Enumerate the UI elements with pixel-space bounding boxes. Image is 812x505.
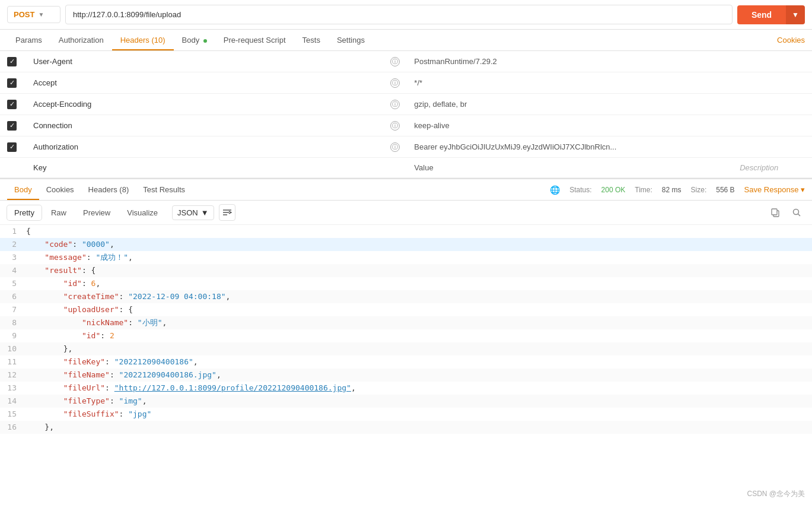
tab-authorization[interactable]: Authorization xyxy=(50,30,112,50)
tab-headers[interactable]: Headers (10) xyxy=(112,30,174,50)
line-num-6: 6 xyxy=(0,290,24,303)
time-value: 82 ms xyxy=(662,186,682,194)
line-content-6: "createTime": "2022-12-09 04:00:18", xyxy=(24,290,230,303)
code-line-6: 6 "createTime": "2022-12-09 04:00:18", xyxy=(0,290,812,303)
code-line-8: 8 "nickName": "小明", xyxy=(0,316,812,329)
format-chevron-icon: ▼ xyxy=(201,208,209,217)
line-num-4: 4 xyxy=(0,264,24,277)
header-row-accept-encoding: ✓ Accept-Encoding ⓘ gzip, deflate, br xyxy=(0,94,812,115)
line-num-3: 3 xyxy=(0,251,24,264)
line-content-8: "nickName": "小明", xyxy=(24,316,167,329)
code-line-9: 9 "id": 2 xyxy=(0,329,812,342)
line-content-4: "result": { xyxy=(24,264,95,277)
info-icon-4[interactable]: ⓘ xyxy=(390,121,400,131)
size-value: 556 B xyxy=(716,186,734,194)
code-line-14: 14 "fileType": "img", xyxy=(0,395,812,408)
header-checkbox-2[interactable]: ✓ xyxy=(7,78,17,88)
save-response-button[interactable]: Save Response ▾ xyxy=(744,185,805,194)
header-row-user-agent: ✓ User-Agent ⓘ PostmanRuntime/7.29.2 xyxy=(0,51,812,72)
code-area[interactable]: 1 { 2 "code": "0000", 3 "message": "成功！"… xyxy=(0,225,812,434)
line-num-5: 5 xyxy=(0,277,24,290)
view-pretty-button[interactable]: Pretty xyxy=(7,205,42,220)
line-num-14: 14 xyxy=(0,395,24,408)
code-line-4: 4 "result": { xyxy=(0,264,812,277)
code-line-7: 7 "uploadUser": { xyxy=(0,303,812,316)
line-num-7: 7 xyxy=(0,303,24,316)
response-status-bar: 🌐 Status: 200 OK Time: 82 ms Size: 556 B… xyxy=(550,185,805,195)
line-content-11: "fileKey": "202212090400186", xyxy=(24,355,198,369)
url-input[interactable] xyxy=(65,5,733,24)
status-label: Status: xyxy=(569,186,591,194)
send-button[interactable]: Send xyxy=(737,5,786,24)
send-dropdown-button[interactable]: ▼ xyxy=(786,5,805,24)
line-content-1: { xyxy=(24,225,31,238)
response-section: Body Cookies Headers (8) Test Results 🌐 … xyxy=(0,178,812,434)
top-bar: POST ▼ Send ▼ xyxy=(0,0,812,30)
tab-params[interactable]: Params xyxy=(7,30,50,50)
header-row-accept: ✓ Accept ⓘ */* xyxy=(0,72,812,94)
tab-body[interactable]: Body xyxy=(174,30,215,50)
header-desc-empty[interactable]: Description xyxy=(733,158,812,178)
header-checkbox-3[interactable]: ✓ xyxy=(7,100,17,109)
header-val-4: keep-alive xyxy=(407,115,733,136)
time-label: Time: xyxy=(635,186,652,194)
header-key-empty[interactable]: Key xyxy=(26,158,383,178)
format-label: JSON xyxy=(177,208,198,217)
line-content-16: }, xyxy=(24,421,54,434)
method-chevron-icon: ▼ xyxy=(38,11,44,18)
res-tab-cookies[interactable]: Cookies xyxy=(39,179,81,200)
view-raw-button[interactable]: Raw xyxy=(44,205,74,220)
svg-line-6 xyxy=(798,214,801,217)
status-value: 200 OK xyxy=(601,186,626,194)
search-button[interactable] xyxy=(788,204,805,221)
line-num-1: 1 xyxy=(0,225,24,238)
view-visualize-button[interactable]: Visualize xyxy=(120,205,165,220)
line-content-13: "fileUrl": "http://127.0.0.1:8099/profil… xyxy=(24,382,356,395)
cookies-link[interactable]: Cookies xyxy=(777,30,805,50)
tab-pre-request[interactable]: Pre-request Script xyxy=(215,30,294,50)
line-num-12: 12 xyxy=(0,369,24,382)
line-content-5: "id": 6, xyxy=(24,277,100,290)
info-icon-5[interactable]: ⓘ xyxy=(390,142,400,152)
header-key-3: Accept-Encoding xyxy=(26,94,383,115)
line-num-11: 11 xyxy=(0,355,24,369)
info-icon-3[interactable]: ⓘ xyxy=(390,100,400,109)
header-val-2: */* xyxy=(407,72,733,94)
globe-icon: 🌐 xyxy=(550,185,560,195)
size-label: Size: xyxy=(691,186,707,194)
code-line-11: 11 "fileKey": "202212090400186", xyxy=(0,355,812,369)
header-val-1: PostmanRuntime/7.29.2 xyxy=(407,51,733,72)
code-line-3: 3 "message": "成功！", xyxy=(0,251,812,264)
format-selector[interactable]: JSON ▼ xyxy=(172,205,214,220)
code-line-15: 15 "fileSuffix": "jpg" xyxy=(0,408,812,421)
line-content-14: "fileType": "img", xyxy=(24,395,147,408)
code-line-2: 2 "code": "0000", xyxy=(0,238,812,251)
header-checkbox-4[interactable]: ✓ xyxy=(7,121,17,131)
wrap-icon[interactable] xyxy=(219,204,235,221)
svg-rect-4 xyxy=(772,209,777,215)
tab-tests[interactable]: Tests xyxy=(294,30,329,50)
code-line-1: 1 { xyxy=(0,225,812,238)
code-toolbar-right xyxy=(767,204,805,221)
line-content-2: "code": "0000", xyxy=(24,238,114,251)
header-checkbox-1[interactable]: ✓ xyxy=(7,57,17,66)
header-row-empty: Key Value Description xyxy=(0,158,812,178)
copy-button[interactable] xyxy=(767,204,784,221)
res-tab-test-results[interactable]: Test Results xyxy=(136,179,192,200)
header-key-1: User-Agent xyxy=(26,51,383,72)
info-icon-1[interactable]: ⓘ xyxy=(390,57,400,66)
view-preview-button[interactable]: Preview xyxy=(76,205,117,220)
line-num-10: 10 xyxy=(0,342,24,355)
method-selector[interactable]: POST ▼ xyxy=(7,6,60,23)
header-checkbox-5[interactable]: ✓ xyxy=(7,142,17,152)
res-tab-body[interactable]: Body xyxy=(7,179,39,200)
tab-settings[interactable]: Settings xyxy=(329,30,373,50)
headers-table: ✓ User-Agent ⓘ PostmanRuntime/7.29.2 ✓ A… xyxy=(0,51,812,178)
line-content-10: }, xyxy=(24,342,72,355)
header-val-empty[interactable]: Value xyxy=(407,158,733,178)
res-tab-headers[interactable]: Headers (8) xyxy=(81,179,136,200)
info-icon-2[interactable]: ⓘ xyxy=(390,78,400,88)
send-button-group: Send ▼ xyxy=(737,5,805,24)
line-content-9: "id": 2 xyxy=(24,329,114,342)
line-content-15: "fileSuffix": "jpg" xyxy=(24,408,151,421)
